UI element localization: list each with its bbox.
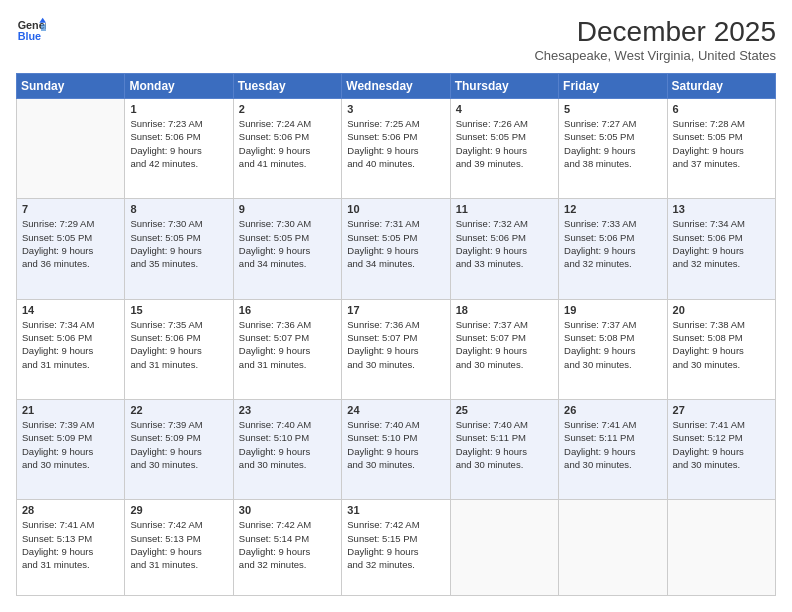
table-row: 6Sunrise: 7:28 AM Sunset: 5:05 PM Daylig… xyxy=(667,99,775,199)
table-row: 28Sunrise: 7:41 AM Sunset: 5:13 PM Dayli… xyxy=(17,500,125,596)
day-number: 28 xyxy=(22,504,119,516)
table-row: 25Sunrise: 7:40 AM Sunset: 5:11 PM Dayli… xyxy=(450,400,558,500)
day-number: 18 xyxy=(456,304,553,316)
header-tuesday: Tuesday xyxy=(233,74,341,99)
title-block: December 2025 Chesapeake, West Virginia,… xyxy=(534,16,776,63)
table-row: 15Sunrise: 7:35 AM Sunset: 5:06 PM Dayli… xyxy=(125,299,233,399)
table-row: 30Sunrise: 7:42 AM Sunset: 5:14 PM Dayli… xyxy=(233,500,341,596)
header-saturday: Saturday xyxy=(667,74,775,99)
table-row: 9Sunrise: 7:30 AM Sunset: 5:05 PM Daylig… xyxy=(233,199,341,299)
day-info: Sunrise: 7:38 AM Sunset: 5:08 PM Dayligh… xyxy=(673,318,770,371)
svg-text:Blue: Blue xyxy=(18,30,41,42)
table-row: 1Sunrise: 7:23 AM Sunset: 5:06 PM Daylig… xyxy=(125,99,233,199)
table-row: 5Sunrise: 7:27 AM Sunset: 5:05 PM Daylig… xyxy=(559,99,667,199)
day-info: Sunrise: 7:35 AM Sunset: 5:06 PM Dayligh… xyxy=(130,318,227,371)
table-row: 18Sunrise: 7:37 AM Sunset: 5:07 PM Dayli… xyxy=(450,299,558,399)
day-number: 10 xyxy=(347,203,444,215)
day-info: Sunrise: 7:34 AM Sunset: 5:06 PM Dayligh… xyxy=(22,318,119,371)
day-number: 24 xyxy=(347,404,444,416)
table-row: 8Sunrise: 7:30 AM Sunset: 5:05 PM Daylig… xyxy=(125,199,233,299)
day-number: 19 xyxy=(564,304,661,316)
day-number: 4 xyxy=(456,103,553,115)
day-number: 20 xyxy=(673,304,770,316)
day-info: Sunrise: 7:39 AM Sunset: 5:09 PM Dayligh… xyxy=(22,418,119,471)
day-number: 6 xyxy=(673,103,770,115)
logo-icon: General Blue xyxy=(16,16,46,46)
day-info: Sunrise: 7:42 AM Sunset: 5:15 PM Dayligh… xyxy=(347,518,444,571)
table-row: 26Sunrise: 7:41 AM Sunset: 5:11 PM Dayli… xyxy=(559,400,667,500)
day-info: Sunrise: 7:28 AM Sunset: 5:05 PM Dayligh… xyxy=(673,117,770,170)
day-number: 27 xyxy=(673,404,770,416)
day-number: 7 xyxy=(22,203,119,215)
table-row: 24Sunrise: 7:40 AM Sunset: 5:10 PM Dayli… xyxy=(342,400,450,500)
day-number: 17 xyxy=(347,304,444,316)
table-row: 29Sunrise: 7:42 AM Sunset: 5:13 PM Dayli… xyxy=(125,500,233,596)
day-number: 13 xyxy=(673,203,770,215)
day-info: Sunrise: 7:27 AM Sunset: 5:05 PM Dayligh… xyxy=(564,117,661,170)
day-number: 22 xyxy=(130,404,227,416)
day-info: Sunrise: 7:24 AM Sunset: 5:06 PM Dayligh… xyxy=(239,117,336,170)
calendar-table: Sunday Monday Tuesday Wednesday Thursday… xyxy=(16,73,776,596)
day-number: 16 xyxy=(239,304,336,316)
table-row: 17Sunrise: 7:36 AM Sunset: 5:07 PM Dayli… xyxy=(342,299,450,399)
table-row: 4Sunrise: 7:26 AM Sunset: 5:05 PM Daylig… xyxy=(450,99,558,199)
table-row: 22Sunrise: 7:39 AM Sunset: 5:09 PM Dayli… xyxy=(125,400,233,500)
calendar-header-row: Sunday Monday Tuesday Wednesday Thursday… xyxy=(17,74,776,99)
day-number: 21 xyxy=(22,404,119,416)
day-info: Sunrise: 7:34 AM Sunset: 5:06 PM Dayligh… xyxy=(673,217,770,270)
day-info: Sunrise: 7:25 AM Sunset: 5:06 PM Dayligh… xyxy=(347,117,444,170)
day-info: Sunrise: 7:40 AM Sunset: 5:10 PM Dayligh… xyxy=(347,418,444,471)
day-number: 26 xyxy=(564,404,661,416)
table-row xyxy=(559,500,667,596)
day-number: 14 xyxy=(22,304,119,316)
table-row: 23Sunrise: 7:40 AM Sunset: 5:10 PM Dayli… xyxy=(233,400,341,500)
day-info: Sunrise: 7:41 AM Sunset: 5:12 PM Dayligh… xyxy=(673,418,770,471)
page: General Blue December 2025 Chesapeake, W… xyxy=(0,0,792,612)
day-info: Sunrise: 7:42 AM Sunset: 5:14 PM Dayligh… xyxy=(239,518,336,571)
table-row: 16Sunrise: 7:36 AM Sunset: 5:07 PM Dayli… xyxy=(233,299,341,399)
table-row: 31Sunrise: 7:42 AM Sunset: 5:15 PM Dayli… xyxy=(342,500,450,596)
header-sunday: Sunday xyxy=(17,74,125,99)
day-info: Sunrise: 7:32 AM Sunset: 5:06 PM Dayligh… xyxy=(456,217,553,270)
table-row: 21Sunrise: 7:39 AM Sunset: 5:09 PM Dayli… xyxy=(17,400,125,500)
day-number: 1 xyxy=(130,103,227,115)
day-info: Sunrise: 7:30 AM Sunset: 5:05 PM Dayligh… xyxy=(239,217,336,270)
day-info: Sunrise: 7:42 AM Sunset: 5:13 PM Dayligh… xyxy=(130,518,227,571)
day-number: 15 xyxy=(130,304,227,316)
svg-marker-3 xyxy=(41,24,46,31)
day-number: 31 xyxy=(347,504,444,516)
table-row: 10Sunrise: 7:31 AM Sunset: 5:05 PM Dayli… xyxy=(342,199,450,299)
header-monday: Monday xyxy=(125,74,233,99)
day-info: Sunrise: 7:37 AM Sunset: 5:08 PM Dayligh… xyxy=(564,318,661,371)
table-row xyxy=(17,99,125,199)
calendar-week-row: 7Sunrise: 7:29 AM Sunset: 5:05 PM Daylig… xyxy=(17,199,776,299)
calendar-week-row: 1Sunrise: 7:23 AM Sunset: 5:06 PM Daylig… xyxy=(17,99,776,199)
day-number: 25 xyxy=(456,404,553,416)
header-thursday: Thursday xyxy=(450,74,558,99)
day-number: 3 xyxy=(347,103,444,115)
calendar-week-row: 21Sunrise: 7:39 AM Sunset: 5:09 PM Dayli… xyxy=(17,400,776,500)
table-row: 2Sunrise: 7:24 AM Sunset: 5:06 PM Daylig… xyxy=(233,99,341,199)
table-row xyxy=(450,500,558,596)
table-row: 7Sunrise: 7:29 AM Sunset: 5:05 PM Daylig… xyxy=(17,199,125,299)
table-row: 14Sunrise: 7:34 AM Sunset: 5:06 PM Dayli… xyxy=(17,299,125,399)
table-row: 13Sunrise: 7:34 AM Sunset: 5:06 PM Dayli… xyxy=(667,199,775,299)
table-row xyxy=(667,500,775,596)
calendar-week-row: 14Sunrise: 7:34 AM Sunset: 5:06 PM Dayli… xyxy=(17,299,776,399)
day-number: 11 xyxy=(456,203,553,215)
day-info: Sunrise: 7:30 AM Sunset: 5:05 PM Dayligh… xyxy=(130,217,227,270)
month-title: December 2025 xyxy=(534,16,776,48)
day-number: 23 xyxy=(239,404,336,416)
day-info: Sunrise: 7:26 AM Sunset: 5:05 PM Dayligh… xyxy=(456,117,553,170)
calendar-week-row: 28Sunrise: 7:41 AM Sunset: 5:13 PM Dayli… xyxy=(17,500,776,596)
day-info: Sunrise: 7:36 AM Sunset: 5:07 PM Dayligh… xyxy=(347,318,444,371)
day-info: Sunrise: 7:36 AM Sunset: 5:07 PM Dayligh… xyxy=(239,318,336,371)
header-friday: Friday xyxy=(559,74,667,99)
day-info: Sunrise: 7:33 AM Sunset: 5:06 PM Dayligh… xyxy=(564,217,661,270)
logo: General Blue xyxy=(16,16,46,46)
table-row: 3Sunrise: 7:25 AM Sunset: 5:06 PM Daylig… xyxy=(342,99,450,199)
day-number: 30 xyxy=(239,504,336,516)
day-number: 12 xyxy=(564,203,661,215)
day-info: Sunrise: 7:41 AM Sunset: 5:11 PM Dayligh… xyxy=(564,418,661,471)
table-row: 20Sunrise: 7:38 AM Sunset: 5:08 PM Dayli… xyxy=(667,299,775,399)
